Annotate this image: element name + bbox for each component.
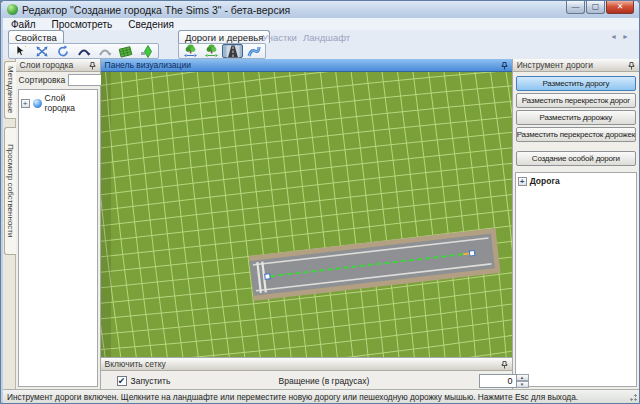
viewport-title: Панель визуализации <box>105 60 191 70</box>
road-panel-buttons: Разместить дорогу Разместить перекресток… <box>513 72 639 168</box>
sort-row: Сортировка <box>16 72 100 88</box>
menu-file[interactable]: Файл <box>11 19 36 30</box>
status-text: Инструмент дороги включен. Щелкните на л… <box>7 392 578 402</box>
place-road-button[interactable]: Разместить дорогу <box>516 76 636 91</box>
main-area: Метаданные Просмотр собственности Слои г… <box>3 59 639 389</box>
tab-scroll-right-icon[interactable]: ► <box>622 33 629 40</box>
spinner-down-icon[interactable]: ▼ <box>517 381 529 388</box>
pin-icon[interactable] <box>628 62 635 72</box>
sort-label: Сортировка <box>19 75 66 85</box>
tab-landscape[interactable]: Ландшафт <box>296 30 357 43</box>
road-tree-label: Дорога <box>530 176 560 186</box>
vtab-property-view[interactable]: Просмотр собственности <box>4 127 16 255</box>
road-tool-panel: Инструмент дороги Разместить дорогу Разм… <box>513 59 639 389</box>
grid-panel: Включить сетку ✔ Запустить Вращение (в г… <box>101 357 512 389</box>
tab-strip: Свойства Дороги и деревья Участки Ландша… <box>3 30 639 43</box>
layer-icon <box>33 99 42 108</box>
rotation-spinner: 0 ▲ ▼ <box>479 374 529 388</box>
curve-road-tool-icon[interactable] <box>73 44 94 58</box>
place-path-button[interactable]: Разместить дорожку <box>516 110 636 125</box>
grid-panel-header: Включить сетку <box>101 358 512 371</box>
road-panel-header: Инструмент дороги <box>513 59 639 72</box>
layers-panel: Слои городка Сортировка + Слой городка <box>16 59 101 389</box>
close-button[interactable]: ✕ <box>606 1 634 14</box>
tree-move-tool-icon[interactable] <box>180 44 201 58</box>
move-tool-icon[interactable] <box>31 44 52 58</box>
layers-tree-item[interactable]: + Слой городка <box>21 93 95 113</box>
road-tool-icon[interactable] <box>222 44 243 58</box>
layers-panel-header: Слои городка <box>16 59 100 72</box>
create-custom-road-button[interactable]: Создание особой дороги <box>516 151 636 166</box>
viewport-header: Панель визуализации <box>101 59 512 72</box>
grid-panel-content: ✔ Запустить Вращение (в градусах) 0 ▲ ▼ <box>101 371 512 390</box>
toolbar-group-roads <box>178 43 266 59</box>
expander-icon[interactable]: + <box>21 99 30 108</box>
curve-path-tool-icon[interactable] <box>94 44 115 58</box>
place-road-intersection-button[interactable]: Разместить перекресток дорог <box>516 93 636 108</box>
tree-place-tool-icon[interactable] <box>201 44 222 58</box>
vtab-metadata[interactable]: Метаданные <box>4 61 16 119</box>
pin-icon[interactable] <box>89 62 96 72</box>
layers-tree: + Слой городка <box>18 89 98 387</box>
menu-view[interactable]: Просмотреть <box>52 19 113 30</box>
viewport-canvas[interactable] <box>101 72 512 357</box>
road-tree-item[interactable]: + Дорога <box>518 176 634 186</box>
toolbar <box>3 43 639 59</box>
place-path-intersection-button[interactable]: Разместить перекресток дорожек <box>516 127 636 142</box>
status-bar: Инструмент дороги включен. Щелкните на л… <box>3 389 639 403</box>
resize-grip[interactable] <box>628 392 637 401</box>
layers-panel-title: Слои городка <box>20 60 74 70</box>
rotate-tool-icon[interactable] <box>52 44 73 58</box>
pin-icon[interactable] <box>501 361 508 371</box>
expander-icon[interactable]: + <box>518 177 527 186</box>
maximize-button[interactable]: ▢ <box>586 1 605 14</box>
grid-panel-title: Включить сетку <box>105 359 166 369</box>
rotation-label: Вращение (в градусах) <box>279 376 370 386</box>
plumbob-tool-icon[interactable] <box>136 44 157 58</box>
toolbar-group-properties <box>8 43 159 59</box>
tab-properties[interactable]: Свойства <box>8 30 64 43</box>
app-icon <box>7 4 18 15</box>
layer-label: Слой городка <box>45 93 95 113</box>
rotation-value[interactable]: 0 <box>479 374 517 388</box>
terrain-grid-tool-icon[interactable] <box>115 44 136 58</box>
center-column: Панель визуализации Включить сетку ✔ <box>101 59 513 389</box>
pin-icon[interactable] <box>501 62 508 72</box>
road-panel-title: Инструмент дороги <box>517 60 593 70</box>
window-controls: — ▢ ✕ <box>565 1 634 14</box>
window-title: Редактор "Создание городка The Sims 3" -… <box>22 4 290 16</box>
path-tool-icon[interactable] <box>243 44 264 58</box>
spinner-up-icon[interactable]: ▲ <box>517 374 529 381</box>
minimize-button[interactable]: — <box>566 1 585 14</box>
app-window: Редактор "Создание городка The Sims 3" -… <box>0 0 640 404</box>
menu-info[interactable]: Сведения <box>128 19 174 30</box>
tab-scroll-left-icon[interactable]: ◄ <box>610 33 617 40</box>
select-tool-icon[interactable] <box>10 44 31 58</box>
menu-bar: Файл Просмотреть Сведения <box>3 18 639 30</box>
road-tree: + Дорога <box>515 172 637 387</box>
left-tab-strip: Метаданные Просмотр собственности <box>3 59 16 389</box>
run-checkbox[interactable]: ✔ <box>117 376 127 386</box>
titlebar[interactable]: Редактор "Создание городка The Sims 3" -… <box>1 1 639 18</box>
run-checkbox-label: Запустить <box>131 376 171 386</box>
